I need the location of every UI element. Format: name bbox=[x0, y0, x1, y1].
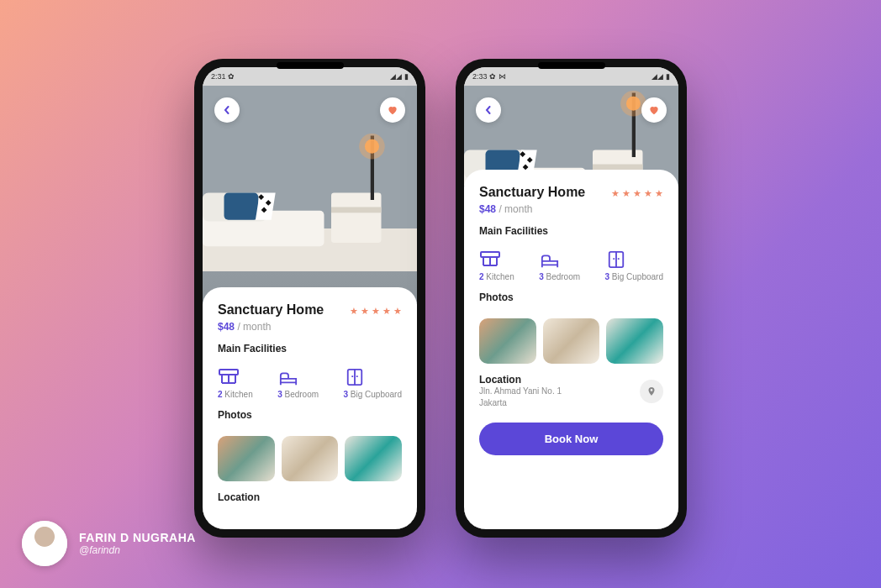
chevron-left-icon bbox=[484, 106, 493, 114]
cupboard-icon bbox=[605, 250, 627, 269]
listing-title: Sanctuary Home bbox=[218, 302, 324, 318]
author-name: FARIN D NUGRAHA bbox=[79, 531, 196, 544]
rating-stars: ★ ★ ★ ★ ★ bbox=[350, 306, 402, 317]
gear-icon: ✿ bbox=[228, 72, 235, 81]
location-heading: Location bbox=[479, 374, 562, 386]
facilities-heading: Main Facilities bbox=[479, 225, 663, 237]
pin-icon bbox=[646, 386, 657, 397]
address-line1: Jln. Ahmad Yani No. 1 bbox=[479, 386, 562, 397]
cupboard-icon bbox=[344, 368, 366, 386]
facility-cupboard: 3 Big Cupboard bbox=[344, 368, 403, 399]
photo-row[interactable] bbox=[218, 436, 402, 481]
phone-right: 2:33 ✿ ⋈ ◢◢ ▮ Sanctuary Home $48 bbox=[456, 59, 687, 538]
photo-row[interactable] bbox=[479, 318, 663, 364]
photo-thumb[interactable] bbox=[218, 436, 275, 481]
rating-stars: ★ ★ ★ ★ ★ bbox=[611, 188, 663, 199]
photo-thumb[interactable] bbox=[479, 318, 536, 364]
book-now-button[interactable]: Book Now bbox=[479, 423, 663, 455]
listing-price: $48 / month bbox=[479, 203, 585, 215]
facilities-row: 2 Kitchen 3 Bedroom 3 Big Cupboard bbox=[218, 368, 402, 399]
facility-cupboard: 3 Big Cupboard bbox=[605, 250, 664, 281]
favorite-button[interactable] bbox=[380, 97, 405, 123]
status-right: ◢◢ ▮ bbox=[390, 72, 409, 81]
detail-sheet[interactable]: Sanctuary Home $48 / month ★ ★ ★ ★ ★ Mai… bbox=[203, 287, 417, 529]
photo-thumb[interactable] bbox=[606, 318, 663, 364]
photo-thumb[interactable] bbox=[345, 436, 402, 481]
photo-thumb[interactable] bbox=[543, 318, 600, 364]
heart-icon bbox=[648, 104, 660, 116]
detail-sheet[interactable]: Sanctuary Home $48 / month ★ ★ ★ ★ ★ Mai… bbox=[464, 170, 678, 529]
location-heading: Location bbox=[218, 491, 402, 503]
author-handle: @farindn bbox=[79, 544, 196, 556]
listing-price: $48 / month bbox=[218, 321, 324, 333]
photos-heading: Photos bbox=[479, 291, 663, 303]
screen-right: 2:33 ✿ ⋈ ◢◢ ▮ Sanctuary Home $48 bbox=[464, 67, 678, 529]
facility-kitchen: 2 Kitchen bbox=[218, 368, 253, 399]
phone-mockups: 2:31 ✿ ◢◢ ▮ Sanctuary Home $48 bbox=[0, 0, 881, 538]
listing-title: Sanctuary Home bbox=[479, 185, 585, 200]
map-pin-button[interactable] bbox=[640, 380, 663, 403]
gear-icon: ✿ ⋈ bbox=[489, 72, 506, 81]
facility-bedroom: 3 Bedroom bbox=[539, 250, 580, 281]
chevron-left-icon bbox=[223, 106, 231, 114]
bed-icon bbox=[539, 250, 561, 269]
facility-bedroom: 3 Bedroom bbox=[277, 368, 319, 399]
kitchen-icon bbox=[479, 250, 501, 269]
avatar bbox=[22, 521, 67, 566]
facilities-row: 2 Kitchen 3 Bedroom 3 Big Cupboard bbox=[479, 250, 663, 281]
status-time: 2:33 bbox=[472, 72, 488, 81]
kitchen-icon bbox=[218, 368, 240, 386]
heart-icon bbox=[387, 104, 398, 116]
favorite-button[interactable] bbox=[641, 97, 667, 123]
screen-left: 2:31 ✿ ◢◢ ▮ Sanctuary Home $48 bbox=[203, 67, 417, 529]
status-time: 2:31 bbox=[211, 72, 226, 81]
status-bar: 2:33 ✿ ⋈ ◢◢ ▮ bbox=[464, 67, 678, 86]
facility-kitchen: 2 Kitchen bbox=[479, 250, 514, 281]
back-button[interactable] bbox=[476, 97, 501, 123]
status-right: ◢◢ ▮ bbox=[652, 72, 670, 81]
author-badge: FARIN D NUGRAHA @farindn bbox=[22, 521, 196, 566]
address-line2: Jakarta bbox=[479, 397, 562, 409]
photo-thumb[interactable] bbox=[282, 436, 339, 481]
hero-image bbox=[203, 86, 417, 304]
phone-left: 2:31 ✿ ◢◢ ▮ Sanctuary Home $48 bbox=[194, 59, 425, 538]
status-bar: 2:31 ✿ ◢◢ ▮ bbox=[203, 67, 417, 86]
back-button[interactable] bbox=[214, 97, 240, 123]
photos-heading: Photos bbox=[218, 409, 402, 421]
bed-icon bbox=[277, 368, 299, 386]
facilities-heading: Main Facilities bbox=[218, 343, 402, 354]
